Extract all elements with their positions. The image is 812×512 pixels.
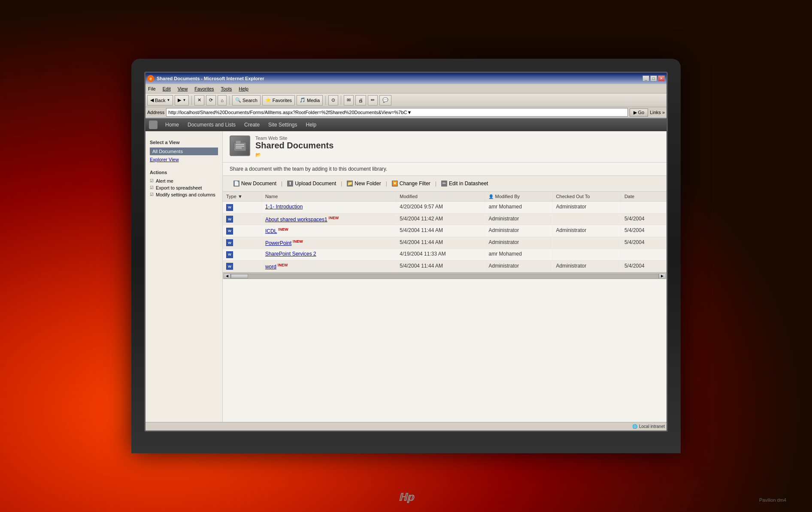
upload-icon: ⬆	[287, 181, 293, 187]
stop-button[interactable]: ✕	[194, 95, 204, 105]
col-date[interactable]: Date	[621, 192, 666, 202]
forward-button[interactable]: ▶ ▼	[175, 95, 189, 105]
cell-name: PowerPoint !NEW	[261, 237, 396, 249]
cell-checked-out-to: Administrator	[552, 202, 621, 214]
sidebar-item-explorer-view[interactable]: Explorer View	[150, 156, 218, 163]
table-row: WAbout shared workspaces1 !NEW5/4/2004 1…	[223, 213, 667, 225]
col-modified[interactable]: Modified	[396, 192, 485, 202]
col-checked-out-to[interactable]: Checked Out To	[552, 192, 621, 202]
page-header-text: Team Web Site Shared Documents 📂	[255, 136, 333, 158]
media-button[interactable]: 🎵 Media	[297, 95, 323, 105]
scroll-right-arrow[interactable]: ▶	[659, 274, 666, 279]
nav-create[interactable]: Create	[240, 118, 264, 131]
breadcrumb-icon: 📂	[255, 152, 261, 157]
menu-tools[interactable]: Tools	[221, 86, 232, 91]
edit-button[interactable]: ✏	[368, 95, 378, 105]
cell-name: 1-1- Introduction	[261, 202, 396, 214]
back-button[interactable]: ◀ Back ▼	[147, 95, 173, 105]
horizontal-scrollbar[interactable]: ◀ ▶	[223, 272, 667, 279]
ie-toolbar: ◀ Back ▼ ▶ ▼ ✕ ⟳ ⌂ 🔍 Search ⭐ Favorites	[145, 93, 667, 107]
cell-modified: 5/4/2004 11:44 AM	[396, 237, 485, 249]
hp-logo: ℍ𝕡	[398, 491, 414, 503]
refresh-button[interactable]: ⟳	[206, 95, 216, 105]
cell-type: W	[223, 213, 261, 225]
table-row: WICDL !NEW5/4/2004 11:44 AMAdministrator…	[223, 225, 667, 237]
nav-home[interactable]: Home	[161, 118, 183, 131]
new-folder-button[interactable]: 📁 New Folder	[343, 178, 385, 189]
cell-modified-by: Administrator	[485, 225, 552, 237]
go-arrow-icon: ▶	[633, 110, 637, 115]
ie-addressbar: Address ▶ Go Links »	[145, 107, 667, 118]
address-input[interactable]	[166, 108, 628, 117]
new-badge: !NEW	[327, 216, 339, 220]
action-alert-me[interactable]: Alert me	[150, 178, 218, 184]
doc-name-link[interactable]: About shared workspaces1	[265, 217, 327, 223]
new-badge: !NEW	[291, 239, 303, 244]
nav-site-settings[interactable]: Site Settings	[264, 118, 301, 131]
page-breadcrumb: 📂	[255, 152, 333, 158]
home-button[interactable]: ⌂	[218, 95, 227, 105]
cell-checked-out-to	[552, 237, 621, 249]
favorites-icon: ⭐	[265, 97, 271, 103]
print-button[interactable]: 🖨	[355, 95, 366, 105]
discuss-button[interactable]: 💬	[379, 95, 391, 105]
search-button[interactable]: 🔍 Search	[232, 95, 261, 105]
cell-modified-by: Administrator	[485, 260, 552, 272]
window-controls: _ □ ✕	[642, 75, 665, 81]
page-title: Shared Documents	[255, 141, 333, 151]
col-name[interactable]: Name	[261, 192, 396, 202]
history-button[interactable]: ⊙	[328, 95, 338, 105]
ie-statusbar: 🌐 Local intranet	[145, 422, 667, 431]
doc-type-icon: W	[226, 228, 233, 235]
forward-icon: ▶	[178, 97, 181, 103]
cell-name: word !NEW	[261, 260, 396, 272]
tb-sep-4: |	[434, 181, 437, 187]
scroll-thumb[interactable]	[231, 274, 248, 278]
menu-favorites[interactable]: Favorites	[194, 86, 214, 91]
laptop-shell: e Shared Documents - Microsoft Internet …	[131, 59, 681, 453]
action-export-spreadsheet[interactable]: Export to spreadsheet	[150, 184, 218, 191]
sp-content: Team Web Site Shared Documents 📂 Share a…	[223, 131, 667, 422]
table-row: WPowerPoint !NEW5/4/2004 11:44 AMAdminis…	[223, 237, 667, 249]
doc-name-link[interactable]: 1-1- Introduction	[265, 204, 303, 210]
cell-modified: 5/4/2004 11:44 AM	[396, 225, 485, 237]
doc-name-link[interactable]: SharePoint Services 2	[265, 251, 316, 257]
nav-documents-lists[interactable]: Documents and Lists	[183, 118, 240, 131]
change-filter-button[interactable]: 🔽 Change Filter	[388, 178, 434, 189]
doc-name-link[interactable]: ICDL	[265, 228, 277, 234]
cell-date	[621, 202, 666, 214]
separator-2	[229, 96, 230, 105]
cell-date: 5/4/2004	[621, 260, 666, 272]
menu-file[interactable]: File	[148, 86, 156, 91]
menu-view[interactable]: View	[178, 86, 188, 91]
table-row: W1-1- Introduction4/20/2004 9:57 AMamr M…	[223, 202, 667, 214]
pavilion-label: Pavilion dm4	[759, 497, 786, 503]
back-icon: ◀	[150, 97, 154, 103]
menu-edit[interactable]: Edit	[163, 86, 171, 91]
menu-help[interactable]: Help	[239, 86, 248, 91]
close-button[interactable]: ✕	[658, 75, 665, 81]
action-modify-settings[interactable]: Modify settings and columns	[150, 191, 218, 198]
nav-help[interactable]: Help	[301, 118, 321, 131]
sidebar-item-all-documents[interactable]: All Documents	[150, 148, 218, 155]
restore-button[interactable]: □	[650, 75, 657, 81]
new-doc-icon: 📄	[233, 181, 239, 187]
col-modified-by[interactable]: 👤 Modified By	[485, 192, 552, 202]
doc-name-link[interactable]: word	[265, 264, 276, 270]
go-button[interactable]: ▶ Go	[630, 108, 648, 117]
svg-rect-1	[236, 141, 241, 144]
upload-document-button[interactable]: ⬆ Upload Document	[283, 178, 340, 189]
scroll-left-arrow[interactable]: ◀	[224, 274, 230, 279]
minimize-button[interactable]: _	[642, 75, 649, 81]
page-header-icon	[230, 136, 250, 156]
doc-name-link[interactable]: PowerPoint	[265, 240, 291, 246]
doc-toolbar: 📄 New Document | ⬆ Upload Document | 📁 N…	[223, 176, 667, 192]
cell-modified-by: amr Mohamed	[485, 202, 552, 214]
col-type[interactable]: Type ▼	[223, 192, 261, 202]
new-document-button[interactable]: 📄 New Document	[230, 178, 280, 189]
search-icon: 🔍	[235, 97, 241, 103]
mail-button[interactable]: ✉	[344, 95, 354, 105]
favorites-button[interactable]: ⭐ Favorites	[262, 95, 295, 105]
links-label[interactable]: Links »	[650, 110, 665, 115]
edit-datasheet-button[interactable]: ✏ Edit in Datasheet	[437, 178, 492, 189]
